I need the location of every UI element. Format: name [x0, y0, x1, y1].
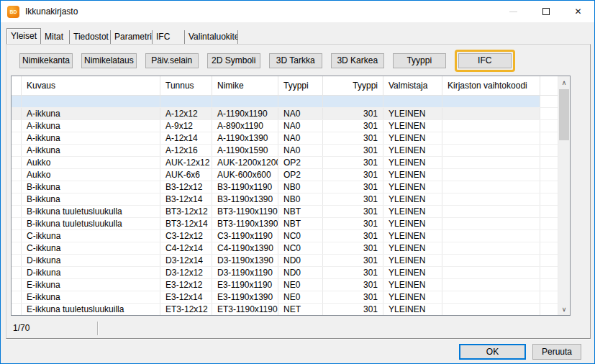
tab-yleiset[interactable]: Yleiset [6, 28, 41, 44]
titlebar[interactable]: BD Ikkunakirjasto ✕ [1, 1, 594, 22]
table-row[interactable]: D-ikkunaD3-12x12D3-1190x1190ND0301YLEINE… [12, 267, 558, 279]
row-selector[interactable] [12, 206, 22, 217]
app-icon: BD [7, 6, 19, 18]
cell-valmistaja: YLEINEN [383, 194, 442, 205]
cell-valmistaja: YLEINEN [383, 169, 442, 181]
header-valmistaja[interactable]: Valmistaja [383, 76, 442, 95]
row-selector[interactable] [12, 181, 22, 193]
row-selector[interactable] [12, 145, 22, 156]
cell-nimike: A-1190x1590 [212, 145, 278, 156]
tab-tiedostot[interactable]: Tiedostot [70, 30, 111, 44]
cell-vaihtokoodi [442, 304, 540, 315]
tab-parametrit[interactable]: Parametrit [111, 30, 153, 44]
table-row[interactable]: A-ikkunaA-12x14A-1190x1390NA0301YLEINEN [12, 132, 558, 145]
cell-vaihtokoodi [442, 267, 540, 278]
cell-tunnus: D3-12x14 [160, 255, 212, 266]
close-button[interactable]: ✕ [562, 1, 594, 22]
row-selector[interactable] [12, 279, 22, 291]
row-selector[interactable] [12, 291, 22, 303]
table-row[interactable]: A-ikkunaA-9x12A-890x1190NA0301YLEINEN [12, 120, 558, 132]
cell-tunnus: BT3-12x14 [160, 218, 212, 229]
nimikekanta-button[interactable]: Nimikekanta [19, 53, 73, 68]
header-nimike[interactable]: Nimike [212, 76, 278, 95]
cell-vaihtokoodi [442, 120, 540, 132]
table-row[interactable]: B-ikkunaB3-12x14B3-1190x1390NB0301YLEINE… [12, 194, 558, 206]
cell-tunnus [160, 96, 212, 107]
table-row[interactable]: E-ikkuna tuuletusluukuillaET3-12x12ET3-1… [12, 304, 558, 315]
cell-tunnus: A-12x14 [160, 132, 212, 144]
3d-tarkka-button[interactable]: 3D Tarkka [269, 53, 322, 68]
table-row[interactable]: C-ikkunaC3-12x12C3-1190x1190NC0301YLEINE… [12, 230, 558, 242]
row-selector[interactable] [12, 108, 22, 119]
row-selector[interactable] [12, 169, 22, 181]
table-row[interactable]: A-ikkunaA-12x12A-1190x1190NA0301YLEINEN [12, 108, 558, 120]
cell-tyyppi: NA0 [278, 120, 323, 132]
cell-valmistaja: YLEINEN [383, 291, 442, 303]
cell-valmistaja: YLEINEN [383, 132, 442, 144]
cancel-button[interactable]: Peruuta [532, 344, 581, 360]
row-selector[interactable] [12, 120, 22, 132]
table-row[interactable]: C-ikkunaC4-12x14C4-1190x1390NC0301YLEINE… [12, 242, 558, 255]
row-selector[interactable] [12, 267, 22, 278]
table-row[interactable]: AukkoAUK-6x6AUK-600x600OP2301YLEINEN [12, 169, 558, 181]
3d-karkea-button[interactable]: 3D Karkea [331, 53, 384, 68]
tyyppi-button[interactable]: Tyyppi [393, 53, 446, 68]
scrollbar-thumb[interactable] [559, 89, 569, 140]
cell-tyyppi: NA0 [278, 145, 323, 156]
row-selector[interactable] [12, 242, 22, 254]
table-row[interactable]: E-ikkunaE3-12x14E3-1190x1390NE0301YLEINE… [12, 291, 558, 304]
row-selector[interactable] [12, 194, 22, 205]
cell-kuvaus: B-ikkuna tuuletusluukulla [22, 218, 160, 229]
cell-vaihtokoodi [442, 206, 540, 217]
table-row[interactable]: B-ikkuna tuuletusluukullaBT3-12x12BT3-11… [12, 206, 558, 218]
header-filler [540, 76, 558, 95]
cell-tyyppi: NBT [278, 218, 323, 229]
cell-nimike: C3-1190x1190 [212, 230, 278, 242]
cell-kuvaus: A-ikkuna [22, 108, 160, 119]
cell-kuvaus: Aukko [22, 157, 160, 168]
2d-symboli-button[interactable]: 2D Symboli [207, 53, 260, 68]
ifc-button[interactable]: IFC [458, 53, 512, 68]
cell-tyyppi2: 301 [323, 181, 383, 193]
table-row[interactable]: AukkoAUK-12x12AUK-1200x1200OP2301YLEINEN [12, 157, 558, 169]
cell-tyyppi2: 301 [323, 157, 383, 168]
header-vaihtokoodi[interactable]: Kirjaston vaihtokoodi [442, 76, 540, 95]
cell-tunnus: AUK-6x6 [160, 169, 212, 181]
tab-ifc[interactable]: IFC [153, 30, 185, 44]
scroll-down-icon[interactable]: ∨ [558, 303, 570, 315]
vertical-scrollbar[interactable]: ∧ ∨ [558, 76, 570, 315]
row-selector[interactable] [12, 304, 22, 315]
row-selector[interactable] [12, 230, 22, 242]
paiv-selain-button[interactable]: Päiv.selain [145, 53, 199, 68]
row-selector[interactable] [12, 96, 22, 107]
tab-valintaluokite[interactable]: Valintaluokite [185, 30, 238, 44]
header-kuvaus[interactable]: Kuvaus [22, 76, 160, 95]
cell-tyyppi: OP2 [278, 169, 323, 181]
cell-tyyppi: NA0 [278, 132, 323, 144]
header-tyyppi[interactable]: Tyyppi [278, 76, 323, 95]
row-selector[interactable] [12, 157, 22, 168]
nimikelataus-button[interactable]: Nimikelataus [81, 53, 137, 68]
row-selector[interactable] [12, 132, 22, 144]
row-selector[interactable] [12, 255, 22, 266]
table-row[interactable]: E-ikkunaE3-12x12E3-1190x1190NE0301YLEINE… [12, 279, 558, 291]
cell-valmistaja: YLEINEN [383, 181, 442, 193]
header-tunnus[interactable]: Tunnus [160, 76, 212, 95]
header-tyyppi-2[interactable]: Tyyppi [323, 76, 383, 95]
table-row[interactable] [12, 96, 558, 108]
minimize-button[interactable] [497, 1, 530, 22]
table-row[interactable]: B-ikkunaB3-12x12B3-1190x1190NB0301YLEINE… [12, 181, 558, 194]
tab-mitat[interactable]: Mitat [41, 30, 70, 44]
scroll-up-icon[interactable]: ∧ [558, 76, 570, 88]
row-selector[interactable] [12, 218, 22, 229]
cell-nimike: B3-1190x1190 [212, 181, 278, 193]
toolbar: Nimikekanta Nimikelataus Päiv.selain 2D … [19, 46, 515, 75]
maximize-button[interactable] [530, 1, 562, 22]
ok-button[interactable]: OK [459, 344, 526, 360]
table-body[interactable]: A-ikkunaA-12x12A-1190x1190NA0301YLEINENA… [12, 96, 558, 315]
table-row[interactable]: B-ikkuna tuuletusluukullaBT3-12x14BT3-11… [12, 218, 558, 230]
table-row[interactable]: A-ikkunaA-12x16A-1190x1590NA0301YLEINEN [12, 145, 558, 157]
cell-valmistaja: YLEINEN [383, 206, 442, 217]
dialog-window: BD Ikkunakirjasto ✕ Yleiset Mitat Tiedos… [0, 0, 595, 364]
table-row[interactable]: D-ikkunaD3-12x14D3-1190x1390ND0301YLEINE… [12, 255, 558, 267]
